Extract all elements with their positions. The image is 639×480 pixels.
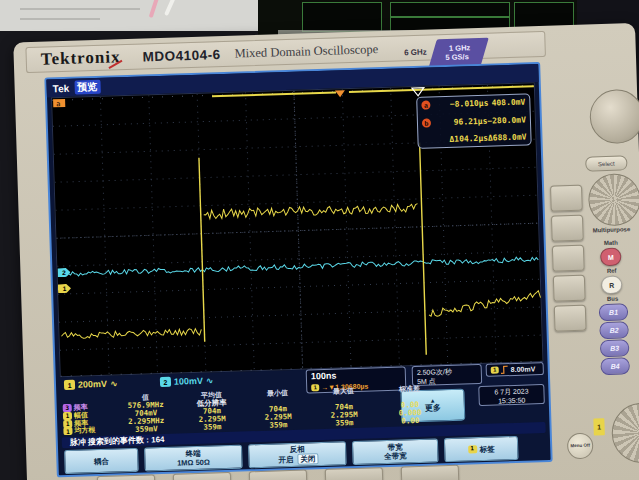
cursor-a-clamp-icon: a xyxy=(53,99,65,108)
ch1-scale: 200mV xyxy=(78,379,107,390)
ch2-trace xyxy=(58,257,538,277)
cursor-a-badge: a xyxy=(421,100,430,109)
invert-on-option[interactable]: 开启 xyxy=(276,455,295,465)
ch1-edge-spike xyxy=(199,158,205,342)
cursor-a-time: −8.010µs xyxy=(432,99,488,110)
side-soft-key-2[interactable] xyxy=(551,215,584,242)
menu-off-label: Menu Off xyxy=(570,443,590,449)
background-ui-line xyxy=(20,8,140,10)
ref-label: Ref xyxy=(597,267,627,274)
ch1-coupling-icon: ∿ xyxy=(110,378,118,388)
ch2-scale-readout[interactable]: 2 100mV ∿ xyxy=(160,375,214,387)
side-soft-key-3[interactable] xyxy=(552,245,585,272)
waveform-display: a 2 1 a −8.010µs 408.0mV b 96.21µs −280.… xyxy=(51,82,544,377)
measurement-value: 0.00 xyxy=(377,415,443,426)
bottom-soft-key-4[interactable] xyxy=(325,467,384,480)
cursor-b-badge: b xyxy=(422,118,431,127)
cursor-a-volt: 408.0mV xyxy=(488,97,525,107)
measurement-value: 359m xyxy=(179,421,245,432)
bus-label: Bus xyxy=(597,295,627,302)
menu-label-button[interactable]: 1 标签 xyxy=(444,436,519,462)
invert-off-option[interactable]: 关闭 xyxy=(297,453,318,465)
math-button[interactable]: M xyxy=(600,248,622,267)
timebase-scale: 100ns xyxy=(311,371,337,382)
header-stddev: 标准差 xyxy=(376,383,442,395)
preview-mode-badge: 预览 xyxy=(74,80,100,95)
menu-off-button[interactable]: Menu Off xyxy=(567,433,594,460)
b1-label: B1 xyxy=(609,309,618,316)
b2-label: B2 xyxy=(609,327,618,334)
menu-label: 耦合 xyxy=(94,456,109,465)
ch2-scale: 100mV xyxy=(174,376,203,387)
math-label: Math xyxy=(596,239,626,246)
ch1-badge: 1 xyxy=(64,380,75,390)
ch1-scale-readout[interactable]: 1 200mV ∿ xyxy=(64,378,118,390)
b3-label: B3 xyxy=(610,345,619,352)
math-btn-label: M xyxy=(608,253,614,260)
ref-btn-label: R xyxy=(609,281,614,288)
cursor-b-row: b 96.21µs −280.0mV xyxy=(422,115,526,127)
tektronix-logo: Tektronix xyxy=(40,47,120,69)
bus-b4-button[interactable]: B4 xyxy=(600,357,630,375)
ch1-edge-spike xyxy=(420,143,427,355)
bottom-soft-key-5[interactable] xyxy=(401,465,460,480)
cursor-delta-spacer xyxy=(422,135,431,144)
cursor-delta-row: Δ104.2µs Δ688.0mV xyxy=(422,132,526,144)
cursor-b-volt: −280.0mV xyxy=(487,115,526,125)
oscilloscope-body: Tektronix MDO4104-6 Mixed Domain Oscillo… xyxy=(13,23,639,480)
bottom-soft-key-1[interactable] xyxy=(97,474,156,480)
bandwidth-label: 6 GHz xyxy=(404,48,427,58)
menu-invert-button[interactable]: 反相 开启 关闭 xyxy=(248,441,347,468)
background-panel xyxy=(302,2,382,32)
header-spacer xyxy=(62,398,112,400)
select-label: Select xyxy=(598,160,615,167)
series-name: Mixed Domain Oscilloscope xyxy=(234,42,378,62)
rising-edge-icon xyxy=(501,365,509,374)
preview-window-bar xyxy=(349,85,534,93)
side-soft-key-1[interactable] xyxy=(550,185,583,212)
expansion-point-icon xyxy=(335,90,345,97)
trigger-box: 1 8.00mV xyxy=(486,362,544,377)
ch1-trace xyxy=(61,328,201,339)
cursor-readout-box: a −8.010µs 408.0mV b 96.21µs −280.0mV Δ1… xyxy=(416,93,532,149)
select-button[interactable]: Select xyxy=(585,155,627,171)
lcd-screen: Tek 预览 a 2 1 a − xyxy=(44,62,552,477)
ch2-coupling-icon: ∿ xyxy=(206,375,214,385)
background-ui-line xyxy=(20,18,100,20)
multipurpose-knob[interactable] xyxy=(588,173,639,227)
menu-bandwidth-button[interactable]: 带宽 全带宽 xyxy=(352,438,439,465)
side-soft-key-5[interactable] xyxy=(554,305,587,332)
bus-b1-button[interactable]: B1 xyxy=(599,303,629,321)
menu-sub: 1MΩ 50Ω xyxy=(177,458,210,468)
menu-label: 标签 xyxy=(480,444,495,453)
trigger-level: 8.00mV xyxy=(511,364,536,374)
measurement-value: 359m xyxy=(311,417,377,428)
intensity-knob[interactable] xyxy=(589,89,639,145)
ch2-badge: 2 xyxy=(160,377,171,387)
ch1-badge: 1 xyxy=(63,427,72,435)
time-value: 15:35:50 xyxy=(484,395,540,406)
b4-label: B4 xyxy=(611,363,620,370)
measurement-value xyxy=(245,400,311,402)
probe-sticker: 1 xyxy=(593,418,605,435)
header-max: 最大值 xyxy=(310,385,376,397)
tek-label: Tek xyxy=(53,82,70,94)
menu-coupling-button[interactable]: 耦合 xyxy=(64,448,139,474)
bottom-soft-key-3[interactable] xyxy=(249,470,308,480)
measurement-name: 均方根 xyxy=(74,425,95,436)
cursor-delta-volt: Δ688.0mV xyxy=(488,132,527,142)
bottom-soft-key-2[interactable] xyxy=(173,472,232,480)
background-panel xyxy=(390,2,510,17)
badge-line2: 5 GS/s xyxy=(446,52,470,62)
status-text: 脉冲 搜索到的事件数 : 164 xyxy=(70,434,165,448)
header-min: 最小值 xyxy=(244,387,310,399)
ch1-trace xyxy=(428,291,541,317)
menu-termination-button[interactable]: 终端 1MΩ 50Ω xyxy=(144,445,243,472)
vertical-position-knob[interactable] xyxy=(611,402,639,464)
ref-button[interactable]: R xyxy=(601,276,623,295)
bus-b2-button[interactable]: B2 xyxy=(599,321,629,339)
preview-window-bar xyxy=(212,91,336,97)
side-soft-key-4[interactable] xyxy=(553,275,586,302)
bus-b3-button[interactable]: B3 xyxy=(600,339,630,357)
ch1-badge: 1 xyxy=(468,445,477,453)
